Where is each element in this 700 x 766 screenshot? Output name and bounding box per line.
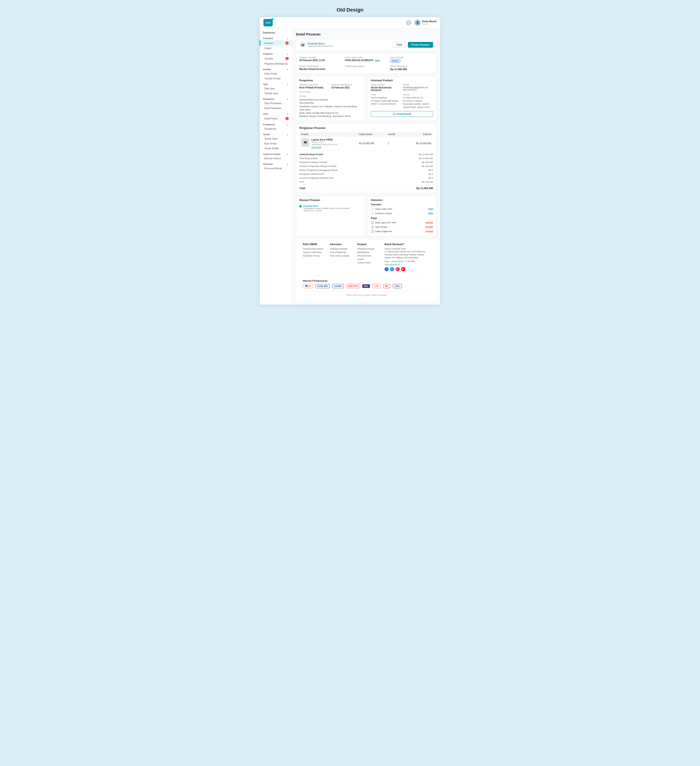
- sidebar-item-rencana-belanja[interactable]: Rencana Belanja: [260, 166, 292, 171]
- top-header: UMKM 💬 👤 Dinda Mareta Penjual: [260, 17, 440, 28]
- sidebar-item-tambah-produk[interactable]: Tambah Produk: [260, 76, 292, 81]
- product-thumbnail: 💻: [301, 138, 309, 147]
- total-row-padi-pengiriman: Pengiriman Dikelola PaDi Rp 0: [299, 172, 433, 176]
- footer-kurir[interactable]: Kurir Pengiriman: [330, 251, 353, 253]
- youtube-icon[interactable]: ▶: [401, 267, 405, 271]
- bantuan-email[interactable]: cs@padiumkm.id: [385, 263, 430, 266]
- metode-value: Mandiri Virtual Account: [299, 68, 342, 70]
- sidebar-section-jasa[interactable]: Jasa ▲: [260, 81, 292, 86]
- total-row-harga: Total harga produk Rp 10.000.000: [299, 156, 433, 160]
- user-role: Penjual: [422, 23, 437, 25]
- footer-control-tower[interactable]: Control Tower: [357, 261, 380, 264]
- btn-logo: BniE BTN: [346, 284, 360, 288]
- doc-row-ssp: 📋 SSP PPn(2) Unggah: [371, 225, 433, 229]
- browser-window: UMKM 💬 👤 Dinda Mareta Penjual Dashboard …: [260, 17, 440, 305]
- sidebar-item-buat-tender[interactable]: Buat Tender: [260, 141, 292, 146]
- product-name: Laptop Asus K0052: [311, 138, 338, 141]
- sidebar-section-layanan-penjual[interactable]: Layanan Penjual ▲: [260, 151, 292, 156]
- total-row-ppn: PPN Rp 100.000: [299, 180, 433, 184]
- sidebar-section-penawaran[interactable]: Penawaran ▲: [260, 96, 292, 101]
- payment-section: Metode Pembayaran 💙BNI BANK BRI mandiri …: [303, 276, 430, 288]
- jenis-tag: Bisnis: [390, 59, 433, 63]
- chat-buyer-button[interactable]: 💬 Chat Pembeli: [371, 111, 433, 117]
- so-salin[interactable]: Salin: [375, 59, 380, 62]
- sidebar-item-pesanan[interactable]: Pesanan 1: [260, 40, 292, 46]
- product-price: Rp 10.000.000: [359, 142, 388, 145]
- footer-informasi: Informasi Panduan Pembeli Kurir Pengirim…: [330, 243, 353, 271]
- sidebar-item-tender-saya[interactable]: Tender Saya: [260, 136, 292, 141]
- link-logo: Link: [372, 284, 381, 288]
- sidebar-section-informasi[interactable]: Informasi ▲: [260, 161, 292, 166]
- chat-icon-header[interactable]: 💬: [405, 19, 412, 26]
- buyer-title: Informasi Pembeli: [371, 79, 433, 82]
- sidebar-item-data-penawaran[interactable]: Data Penawaran: [260, 101, 292, 106]
- terakhir-label: Terakhir Diperbaharui: [345, 65, 388, 67]
- history-docs-section: Riwayat Pesanan Pesanan Baru Pembayaran …: [296, 196, 437, 237]
- process-button[interactable]: Proses Pesanan: [408, 42, 433, 48]
- footer-tentang[interactable]: Tentang PaDi UMKM: [303, 247, 325, 250]
- bantuan-name: Tahsen Landmark Tower: [385, 247, 430, 250]
- order-icon: 📦: [299, 41, 306, 48]
- sidebar-item-pengaturan[interactable]: Pengaturan: [260, 127, 292, 131]
- sidebar-section-produk[interactable]: Produk ▲: [260, 66, 292, 71]
- doc-faktur-upload[interactable]: Unggah: [426, 230, 433, 233]
- page-title: Old Design: [337, 7, 363, 13]
- sidebar-section-pinjaman[interactable]: Pinjaman ▲: [260, 51, 292, 56]
- total-row-final: Total Rp 11.000.000: [299, 185, 433, 190]
- mandiri-logo: mandiri: [332, 284, 344, 288]
- sidebar-section-transaksi[interactable]: Transaksi ▲: [260, 35, 292, 40]
- sidebar-item-tambah-jasa[interactable]: Tambah Jasa: [260, 91, 292, 96]
- doc-so-link[interactable]: Lihat: [428, 207, 433, 210]
- product-detail-link[interactable]: Lihat Detail: [311, 146, 321, 149]
- sidebar-item-ulasan[interactable]: Ulasan: [260, 46, 292, 51]
- sidebar-item-pinjaman-berlangsung[interactable]: Pinjaman Berlangsung: [260, 61, 292, 66]
- footer: PaDi UMKM Tentang PaDi UMKM Syarat & Ket…: [296, 239, 437, 301]
- sidebar-item-dashboard[interactable]: Dashboard: [260, 30, 292, 35]
- doc-row-proforma: 📄 Proforma Invoice Lihat: [371, 211, 433, 215]
- doc-row-so: 📄 Sales Order (SO) Lihat: [371, 207, 433, 211]
- doc-proforma-link[interactable]: Lihat: [428, 212, 433, 214]
- sidebar-item-bantuan-hukum[interactable]: Bantuan Hukum: [260, 156, 292, 161]
- metode-label: Metode Pembayaran: [299, 65, 342, 67]
- history-item: Pesanan Baru Pembayaran melalui Mandiri …: [299, 203, 361, 213]
- footer-panduan-penjual[interactable]: Panduan Penjual: [357, 247, 380, 250]
- sidebar-item-tender-bumn[interactable]: Tender BUMN: [260, 146, 292, 151]
- sidebar-section-chat[interactable]: Chat ▲: [260, 111, 292, 116]
- footer-bantuan: Butuh Bantuan? Tahsen Landmark Tower Jl.…: [385, 243, 430, 271]
- footer-faq[interactable]: FAQ (Tanya Jawab): [330, 255, 353, 257]
- so-label: Nomor Sales Order: [345, 56, 388, 59]
- bantuan-hours: Senin - Jumat | 08:00 – 17:00 WIB: [385, 260, 430, 263]
- sidebar-item-tersedia[interactable]: Tersedia 1: [260, 56, 292, 61]
- total-row-padi-asuransi: Asuransi Pengiriman Dikelola PaDi Rp 0: [299, 176, 433, 180]
- dokumen-card: Dokumen Transaksi 📄 Sales Order (SO) Lih…: [367, 196, 437, 237]
- doc-file2-icon: 📄: [371, 212, 374, 215]
- footer-syarat[interactable]: Syarat & Ketentuan: [303, 251, 325, 253]
- sidebar-section-tender[interactable]: Tender ▲: [260, 131, 292, 136]
- sidebar-item-data-jasa[interactable]: Data Jasa: [260, 86, 292, 91]
- buyer-card: Informasi Pembeli Nama Pembeli Naufal Mu…: [367, 76, 437, 121]
- footer-tender[interactable]: Tender: [357, 258, 380, 260]
- instagram-icon[interactable]: ◎: [396, 267, 400, 271]
- history-card: Riwayat Pesanan Pesanan Baru Pembayaran …: [296, 196, 365, 237]
- footer-eprocurement[interactable]: eProcurement: [357, 255, 380, 257]
- history-label: Pesanan Baru: [304, 205, 350, 207]
- footer-copyright: ©2022-2025 Pasar Digital UMKM Indonesia: [303, 291, 430, 297]
- footer-panduan-pembeli[interactable]: Panduan Pembeli: [330, 247, 353, 250]
- doc-tax1-icon: 📋: [371, 221, 374, 224]
- facebook-icon[interactable]: f: [385, 267, 389, 271]
- sidebar-item-data-produk[interactable]: Data Produk: [260, 71, 292, 76]
- sidebar-item-kotak-pesan[interactable]: Kotak Pesan 1: [260, 116, 292, 121]
- sidebar-item-buat-penawaran[interactable]: Buat Penawaran: [260, 106, 292, 111]
- logo-text: UMKM: [266, 22, 271, 24]
- reject-button[interactable]: Tolak: [392, 42, 406, 48]
- doc-spt-upload[interactable]: Unggah: [426, 221, 433, 224]
- twitter-icon[interactable]: t: [390, 267, 394, 271]
- footer-kebijakan[interactable]: Kebijakan Privasi: [303, 255, 325, 257]
- tanggal-label: Tanggal Transaksi: [299, 56, 342, 59]
- doc-ssp-upload[interactable]: Unggah: [426, 226, 433, 228]
- so-value: #VSO-2022-02-10-0001373 Salin: [345, 59, 388, 62]
- user-info: 👤 Dinda Mareta Penjual: [415, 20, 437, 26]
- tanggal-value: 10 Februari 2022, 11:02: [299, 59, 342, 62]
- footer-marketplace[interactable]: Marketplace: [357, 251, 380, 253]
- sidebar-section-pengaturan[interactable]: Pengaturan ▲: [260, 121, 292, 127]
